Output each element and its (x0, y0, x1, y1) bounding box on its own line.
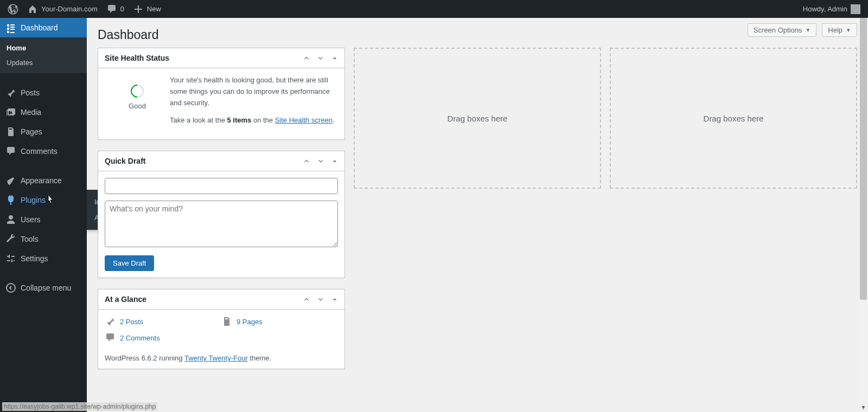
at-a-glance-title: At a Glance (98, 289, 300, 309)
brush-icon (5, 175, 16, 186)
wrench-icon (5, 234, 16, 244)
move-down-button[interactable] (314, 154, 327, 168)
sidebar-item-settings[interactable]: Settings (0, 249, 87, 268)
move-down-button[interactable] (314, 293, 327, 306)
my-account[interactable]: Howdy, Admin (799, 0, 865, 18)
media-icon (5, 107, 16, 118)
sidebar-item-pages[interactable]: Pages (0, 122, 87, 141)
sidebar-item-appearance[interactable]: Appearance (0, 171, 87, 190)
glance-pages-link[interactable]: 9 Pages (237, 318, 263, 326)
theme-link[interactable]: Twenty Twenty-Four (184, 354, 248, 362)
dashboard-icon (5, 22, 16, 33)
chevron-down-icon (317, 295, 324, 303)
drop-zone-label: Drag boxes here (448, 114, 508, 123)
glance-comments-link[interactable]: 2 Comments (120, 334, 160, 342)
page-title: Dashboard (98, 18, 857, 48)
save-draft-button[interactable]: Save Draft (105, 255, 154, 271)
sidebar-item-dashboard[interactable]: Dashboard (0, 18, 87, 37)
wp-logo[interactable] (3, 0, 23, 18)
howdy-text: Howdy, Admin (803, 5, 847, 13)
page-icon (5, 126, 16, 137)
caret-up-icon (331, 55, 338, 61)
chevron-down-icon (317, 157, 324, 165)
sidebar-item-label: Pages (21, 127, 42, 136)
toggle-button[interactable] (328, 52, 341, 65)
scrollbar-down-arrow[interactable]: ▼ (859, 403, 868, 412)
pin-icon (5, 87, 16, 98)
pin-icon (105, 316, 116, 327)
sidebar-item-label: Media (21, 108, 41, 117)
site-health-link[interactable]: Site Health screen (275, 116, 333, 124)
page-icon (221, 316, 232, 327)
help-button[interactable]: Help ▼ (822, 23, 857, 37)
help-label: Help (828, 26, 843, 34)
chevron-down-icon (317, 54, 324, 62)
draft-title-input[interactable] (105, 178, 338, 194)
admin-sidebar: Dashboard Home Updates Posts Media Pages… (0, 18, 87, 412)
sidebar-item-collapse[interactable]: Collapse menu (0, 278, 87, 298)
sliders-icon (5, 253, 16, 264)
site-health-title: Site Health Status (98, 48, 300, 68)
plus-icon (133, 4, 144, 15)
sidebar-item-comments[interactable]: Comments (0, 141, 87, 161)
main-content: Screen Options ▼ Help ▼ Dashboard Site H… (87, 18, 868, 412)
draft-content-textarea[interactable] (105, 201, 338, 247)
at-a-glance-widget: At a Glance 2 Posts (98, 289, 345, 369)
move-down-button[interactable] (314, 52, 327, 65)
quick-draft-title: Quick Draft (98, 151, 300, 171)
chevron-down-icon: ▼ (846, 27, 851, 33)
caret-up-icon (331, 296, 338, 302)
sidebar-item-label: Collapse menu (21, 284, 71, 292)
glance-footer: WordPress 6.6.2 running Twenty Twenty-Fo… (105, 354, 338, 362)
drop-zone-label: Drag boxes here (704, 114, 764, 123)
move-up-button[interactable] (300, 52, 313, 65)
health-items-text: Take a look at the 5 items on the Site H… (170, 115, 338, 126)
sidebar-item-label: Comments (21, 147, 58, 156)
collapse-icon (5, 282, 16, 293)
user-icon (5, 214, 16, 225)
health-indicator-icon (128, 82, 146, 100)
new-label: New (147, 5, 161, 13)
sidebar-item-label: Dashboard (21, 23, 58, 32)
statusbar-url: https://easyjobs-galib.wp1.site/wp-admin… (2, 402, 157, 411)
drop-zone[interactable]: Drag boxes here (610, 48, 857, 189)
admin-toolbar: Your-Domain.com 0 New Howdy, Admin (0, 0, 868, 18)
move-up-button[interactable] (300, 293, 313, 306)
health-description: Your site's health is looking good, but … (170, 75, 338, 108)
sidebar-item-plugins[interactable]: Plugins (0, 190, 87, 210)
sidebar-item-label: Posts (21, 88, 40, 97)
dashboard-submenu: Home Updates (0, 37, 87, 73)
comment-icon (5, 146, 16, 157)
submenu-updates[interactable]: Updates (0, 55, 87, 70)
submenu-home[interactable]: Home (0, 41, 87, 55)
wordpress-icon (8, 4, 18, 15)
comments-count: 0 (120, 5, 124, 13)
screen-options-button[interactable]: Screen Options ▼ (748, 23, 817, 37)
comment-icon (105, 332, 116, 343)
caret-up-icon (331, 158, 338, 164)
avatar (851, 4, 860, 14)
sidebar-item-label: Tools (21, 235, 39, 243)
sidebar-item-label: Plugins (21, 196, 46, 204)
glance-posts-link[interactable]: 2 Posts (120, 318, 143, 326)
new-content-link[interactable]: New (129, 0, 165, 18)
comments-link[interactable]: 0 (102, 0, 129, 18)
vertical-scrollbar[interactable]: ▼ (859, 18, 868, 412)
sidebar-item-posts[interactable]: Posts (0, 83, 87, 102)
site-name-link[interactable]: Your-Domain.com (23, 0, 102, 18)
sidebar-item-tools[interactable]: Tools (0, 229, 87, 249)
svg-point-0 (7, 284, 15, 292)
comment-icon (106, 4, 117, 15)
toggle-button[interactable] (328, 293, 341, 306)
sidebar-item-users[interactable]: Users (0, 210, 87, 229)
toggle-button[interactable] (328, 154, 341, 168)
scrollbar-thumb[interactable] (860, 18, 867, 300)
sidebar-item-label: Users (21, 215, 41, 224)
drop-zone[interactable]: Drag boxes here (354, 48, 601, 189)
site-health-widget: Site Health Status Good (98, 48, 345, 140)
sidebar-item-media[interactable]: Media (0, 102, 87, 122)
sidebar-item-label: Appearance (21, 176, 62, 185)
home-icon (27, 4, 38, 15)
move-up-button[interactable] (300, 154, 313, 168)
health-status: Good (105, 102, 170, 110)
